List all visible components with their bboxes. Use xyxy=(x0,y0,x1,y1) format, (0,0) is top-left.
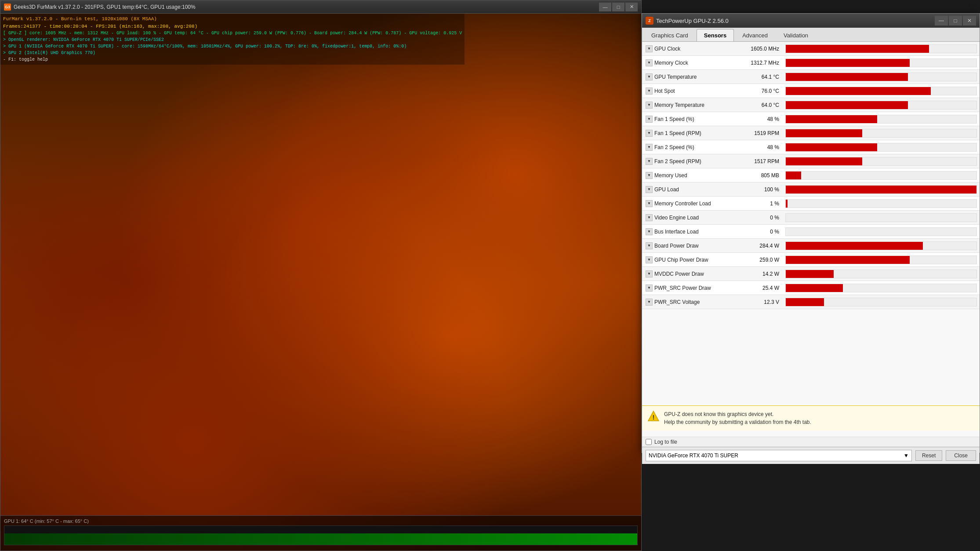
sensor-dropdown-arrow[interactable]: ▼ xyxy=(646,130,653,137)
sensor-bar xyxy=(786,200,788,208)
sensor-bar-container xyxy=(785,58,977,67)
sensor-name: ▼Memory Temperature xyxy=(642,102,739,109)
furmark-window-controls: — □ ✕ xyxy=(599,3,638,11)
gpuz-minimize-button[interactable]: — xyxy=(935,16,948,26)
sensor-dropdown-arrow[interactable]: ▼ xyxy=(646,144,653,151)
furmark-minimize-button[interactable]: — xyxy=(599,3,611,11)
sensor-dropdown-arrow[interactable]: ▼ xyxy=(646,270,653,277)
sensor-value: 284.4 W xyxy=(739,243,783,249)
log-to-file-checkbox[interactable] xyxy=(646,439,652,445)
sensor-dropdown-arrow[interactable]: ▼ xyxy=(646,228,653,235)
sensor-dropdown-arrow[interactable]: ▼ xyxy=(646,158,653,165)
sensor-dropdown-arrow[interactable]: ▼ xyxy=(646,242,653,249)
sensor-name: ▼PWR_SRC Power Draw xyxy=(642,285,739,292)
sensor-dropdown-arrow[interactable]: ▼ xyxy=(646,116,653,123)
sensor-name: ▼Hot Spot xyxy=(642,88,739,95)
close-button[interactable]: Close xyxy=(946,450,976,461)
sensor-value: 0 % xyxy=(739,215,783,221)
tab-sensors[interactable]: Sensors xyxy=(697,29,734,41)
dropdown-arrow-icon: ▼ xyxy=(904,452,909,459)
sensor-row: ▼GPU Load100 % xyxy=(642,182,980,197)
gpuz-close-button[interactable]: ✕ xyxy=(963,16,976,26)
sensor-name-label: Memory Clock xyxy=(654,60,688,66)
sensor-bar xyxy=(786,143,877,151)
sensor-row: ▼PWR_SRC Power Draw25.4 W xyxy=(642,281,980,295)
tab-advanced[interactable]: Advanced xyxy=(735,29,775,41)
sensor-bar-container xyxy=(785,255,977,264)
sensor-bar-container xyxy=(785,101,977,109)
furmark-titlebar: G3 Geeks3D FurMark v1.37.2.0 - 201FPS, G… xyxy=(0,0,641,14)
notice-line2: Help the community by submitting a valid… xyxy=(664,418,811,426)
sensor-value: 14.2 W xyxy=(739,271,783,277)
gpu-dropdown-value: NVIDIA GeForce RTX 4070 Ti SUPER xyxy=(649,452,738,459)
sensor-bar xyxy=(786,73,908,81)
sensor-value: 64.0 °C xyxy=(739,102,783,108)
sensor-row: ▼Fan 2 Speed (%)48 % xyxy=(642,140,980,154)
gpu-dropdown[interactable]: NVIDIA GeForce RTX 4070 Ti SUPER ▼ xyxy=(646,450,912,461)
sensor-name-label: Hot Spot xyxy=(654,88,675,94)
sensor-dropdown-arrow[interactable]: ▼ xyxy=(646,102,653,109)
tab-graphics-card[interactable]: Graphics Card xyxy=(644,29,696,41)
sensor-bar xyxy=(786,256,910,264)
sensor-dropdown-arrow[interactable]: ▼ xyxy=(646,59,653,66)
sensor-value: 48 % xyxy=(739,116,783,122)
gpu-temp-bar: GPU 1: 64° C (min: 57° C - max: 65° C) xyxy=(0,515,641,551)
sensor-value: 12.3 V xyxy=(739,299,783,305)
sensor-name-label: Board Power Draw xyxy=(654,243,699,249)
sensor-name-label: PWR_SRC Power Draw xyxy=(654,285,711,291)
furmark-content: FurMark v1.37.2.0 - Burn-in test, 1920x1… xyxy=(0,14,641,551)
sensor-dropdown-arrow[interactable]: ▼ xyxy=(646,88,653,95)
sensor-name-label: Fan 1 Speed (%) xyxy=(654,116,694,122)
tab-validation[interactable]: Validation xyxy=(776,29,816,41)
sensor-dropdown-arrow[interactable]: ▼ xyxy=(646,186,653,193)
gpuz-window: Z TechPowerUp GPU-Z 2.56.0 — □ ✕ Graphic… xyxy=(642,13,980,453)
sensor-name-label: Fan 2 Speed (%) xyxy=(654,144,694,150)
sensor-row: ▼GPU Chip Power Draw259.0 W xyxy=(642,253,980,267)
sensor-bar-container xyxy=(785,298,977,307)
overlay-line5: > GPU 1 (NVIDIA GeForce RTX 4070 Ti SUPE… xyxy=(3,43,462,50)
gpu-temp-graph xyxy=(4,525,638,545)
sensor-bar-container xyxy=(785,157,977,166)
gpu-temp-label: GPU 1: 64° C (min: 57° C - max: 65° C) xyxy=(4,518,638,524)
sensor-value: 1312.7 MHz xyxy=(739,60,783,66)
sensor-name-label: GPU Load xyxy=(654,186,679,193)
sensor-value: 48 % xyxy=(739,144,783,150)
reset-button[interactable]: Reset xyxy=(915,450,942,461)
sensor-name: ▼Fan 2 Speed (RPM) xyxy=(642,158,739,165)
furmark-close-button[interactable]: ✕ xyxy=(625,3,638,11)
sensor-dropdown-arrow[interactable]: ▼ xyxy=(646,256,653,263)
sensor-name-label: MVDDC Power Draw xyxy=(654,271,704,277)
sensor-name: ▼Memory Clock xyxy=(642,59,739,66)
sensor-row: ▼Memory Controller Load1 % xyxy=(642,197,980,211)
sensor-name: ▼Memory Controller Load xyxy=(642,200,739,207)
gpuz-maximize-button[interactable]: □ xyxy=(949,16,962,26)
sensor-name: ▼MVDDC Power Draw xyxy=(642,270,739,277)
gpuz-tabs: Graphics Card Sensors Advanced Validatio… xyxy=(642,28,980,42)
sensor-dropdown-arrow[interactable]: ▼ xyxy=(646,200,653,207)
sensor-dropdown-arrow[interactable]: ▼ xyxy=(646,45,653,52)
furmark-window: G3 Geeks3D FurMark v1.37.2.0 - 201FPS, G… xyxy=(0,0,642,551)
sensor-dropdown-arrow[interactable]: ▼ xyxy=(646,73,653,80)
sensor-bar-container xyxy=(785,199,977,208)
sensor-bar-container xyxy=(785,44,977,53)
overlay-line3: [ GPU-Z ] core: 1605 MHz - mem: 1312 MHz… xyxy=(3,30,462,36)
gpuz-notice: ! GPU-Z does not know this graphics devi… xyxy=(642,405,980,431)
sensor-dropdown-arrow[interactable]: ▼ xyxy=(646,299,653,306)
sensor-dropdown-arrow[interactable]: ▼ xyxy=(646,172,653,179)
notice-line1: GPU-Z does not know this graphics device… xyxy=(664,410,811,418)
sensor-row: ▼Fan 2 Speed (RPM)1517 RPM xyxy=(642,154,980,168)
sensors-content: ▼GPU Clock1605.0 MHz▼Memory Clock1312.7 … xyxy=(642,42,980,437)
sensor-row: ▼Fan 1 Speed (%)48 % xyxy=(642,112,980,126)
log-checkbox-row: Log to file xyxy=(642,437,980,447)
sensor-name-label: Memory Temperature xyxy=(654,102,704,108)
sensor-row: ▼Fan 1 Speed (RPM)1519 RPM xyxy=(642,126,980,140)
svg-text:!: ! xyxy=(653,414,655,421)
sensor-dropdown-arrow[interactable]: ▼ xyxy=(646,214,653,221)
sensor-dropdown-arrow[interactable]: ▼ xyxy=(646,285,653,292)
overlay-line4: > OpenGL renderer: NVIDIA GeForce RTX 40… xyxy=(3,36,462,43)
furmark-maximize-button[interactable]: □ xyxy=(612,3,624,11)
sensor-name-label: Fan 2 Speed (RPM) xyxy=(654,158,701,164)
sensor-row: ▼Memory Clock1312.7 MHz xyxy=(642,56,980,70)
sensor-bar-container xyxy=(785,115,977,124)
sensor-bar-container xyxy=(785,241,977,250)
